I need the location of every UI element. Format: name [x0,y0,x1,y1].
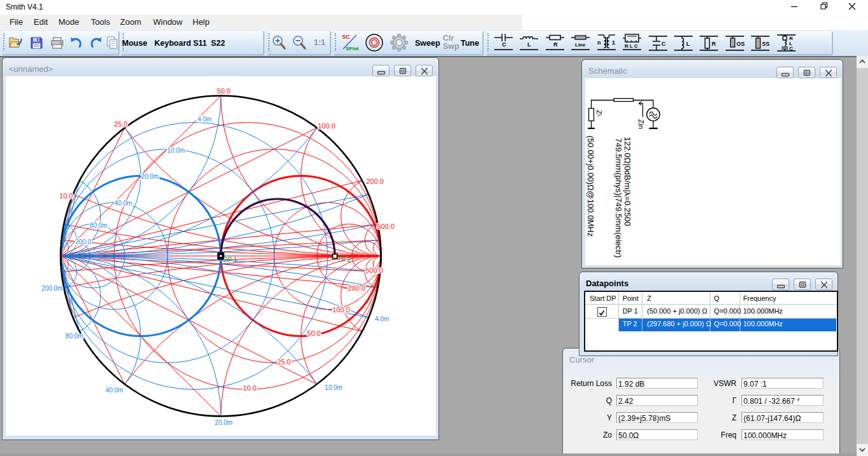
svg-text:25.0: 25.0 [114,120,127,128]
svg-text:200.0: 200.0 [348,284,365,292]
svg-text:749.5mm(phys)|749.5mm(electr): 749.5mm(phys)|749.5mm(electr) [614,138,623,258]
svg-text:n: n [597,39,601,46]
svg-text:200.0m: 200.0m [41,285,62,292]
svg-text:20.0m: 20.0m [215,419,233,426]
svg-text:4.0m: 4.0m [198,116,212,123]
svg-text:R: R [553,41,558,48]
svg-text:C: C [789,46,793,52]
svg-text:20.0m: 20.0m [141,173,159,180]
svg-text:C: C [661,41,666,47]
svg-text:80.0m: 80.0m [90,222,107,229]
svg-text:100.0: 100.0 [332,306,350,314]
svg-text:80.0m: 80.0m [65,333,83,340]
svg-text:40.0m: 40.0m [105,387,123,394]
svg-text:10.0m: 10.0m [167,147,185,154]
svg-text:SS: SS [762,41,770,47]
svg-text:500.0: 500.0 [377,223,395,230]
svg-text:R L C: R L C [625,43,638,49]
svg-text:DP 1: DP 1 [223,256,237,263]
svg-text:100.0: 100.0 [318,122,336,130]
svg-text:50.0: 50.0 [217,87,230,95]
svg-text:(50.00+j0.00)Ω@100.0MHz: (50.00+j0.00)Ω@100.0MHz [586,135,595,237]
svg-text:R: R [712,41,716,47]
svg-text:Line: Line [575,42,586,48]
svg-text:10.0: 10.0 [243,384,256,392]
svg-text:SPlot: SPlot [346,46,359,51]
svg-text:200.0: 200.0 [75,238,91,245]
svg-text:ZL: ZL [595,110,603,118]
svg-text:L: L [686,41,690,47]
svg-text:50.0: 50.0 [307,329,320,337]
svg-text:TP 2: TP 2 [337,256,351,263]
svg-text:1: 1 [612,39,615,46]
svg-text:C: C [502,41,506,48]
svg-text:200.0: 200.0 [366,177,384,185]
svg-text:10.0: 10.0 [59,192,72,200]
svg-text:Zin: Zin [637,120,645,129]
svg-text:4.0m: 4.0m [375,315,389,322]
svg-text:500.0: 500.0 [365,266,383,274]
svg-text:SC: SC [342,34,350,40]
svg-text:OS: OS [736,41,745,47]
svg-text:40.0m: 40.0m [114,200,132,207]
svg-text:25.0: 25.0 [277,358,290,366]
svg-text:10.0m: 10.0m [325,384,342,391]
svg-text:122.0Ω|0dB/m|λ=0.2500: 122.0Ω|0dB/m|λ=0.2500 [623,137,632,226]
svg-text:L: L [527,41,531,48]
